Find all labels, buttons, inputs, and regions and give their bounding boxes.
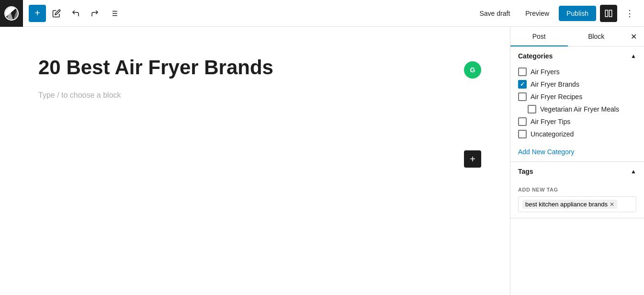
category-checkbox-air-fryer-brands[interactable] — [518, 80, 527, 89]
tags-header[interactable]: Tags ▲ — [510, 162, 644, 181]
post-title[interactable]: 20 Best Air Fryer Brands — [38, 56, 472, 79]
categories-chevron-icon: ▲ — [631, 53, 636, 59]
tags-content: ADD NEW TAG best kitchen appliance brand… — [510, 181, 644, 218]
tag-chip-remove-button[interactable]: ✕ — [610, 201, 614, 208]
category-checkbox-air-fryers[interactable] — [518, 68, 527, 76]
redo-button[interactable] — [86, 5, 103, 22]
category-checkbox-uncategorized[interactable] — [518, 130, 527, 138]
category-item-vegetarian: Vegetarian Air Fryer Meals — [518, 103, 636, 115]
tags-add-label: ADD NEW TAG — [518, 187, 636, 193]
toolbar: + Save draft Preview Publ — [0, 0, 644, 27]
block-placeholder[interactable]: Type / to choose a block — [38, 91, 472, 100]
tag-chip-label: best kitchen appliance brands — [525, 201, 608, 208]
categories-header[interactable]: Categories ▲ — [510, 46, 644, 66]
sidebar: Post Block ✕ Categories ▲ Air Fryers — [510, 27, 644, 295]
category-item-air-fryer-brands: Air Fryer Brands — [518, 78, 636, 91]
tags-input-area[interactable]: best kitchen appliance brands ✕ — [518, 196, 636, 212]
categories-list: Air Fryers Air Fryer Brands Air Fryer Re… — [510, 66, 644, 146]
preview-button[interactable]: Preview — [520, 6, 555, 21]
toolbar-right: Save draft Preview Publish ⋮ — [474, 5, 638, 22]
categories-title: Categories — [518, 52, 553, 60]
tags-title: Tags — [518, 168, 533, 175]
category-item-air-fryers: Air Fryers — [518, 66, 636, 78]
view-toggle-button[interactable] — [600, 5, 617, 22]
main-layout: 20 Best Air Fryer Brands Type / to choos… — [0, 27, 644, 295]
svg-rect-7 — [605, 10, 608, 17]
tags-chevron-icon: ▲ — [631, 168, 636, 175]
category-label-air-fryers: Air Fryers — [531, 68, 560, 76]
categories-section: Categories ▲ Air Fryers Air Fryer Brands — [510, 46, 644, 162]
tags-section: Tags ▲ ADD NEW TAG best kitchen applianc… — [510, 162, 644, 218]
sidebar-content: Categories ▲ Air Fryers Air Fryer Brands — [510, 46, 644, 295]
category-item-air-fryer-tips: Air Fryer Tips — [518, 115, 636, 128]
category-label-uncategorized: Uncategorized — [531, 130, 574, 138]
grammarly-badge[interactable]: G — [464, 61, 481, 79]
category-label-air-fryer-tips: Air Fryer Tips — [531, 118, 570, 125]
tab-block[interactable]: Block — [568, 27, 625, 46]
add-block-button[interactable]: + — [29, 5, 46, 22]
sidebar-tabs: Post Block ✕ — [510, 27, 644, 46]
wordpress-logo[interactable] — [0, 0, 23, 27]
add-new-category-link[interactable]: Add New Category — [510, 146, 644, 161]
add-block-inline-button[interactable]: + — [464, 150, 481, 168]
category-checkbox-vegetarian[interactable] — [528, 105, 536, 113]
editor-area: 20 Best Air Fryer Brands Type / to choos… — [0, 27, 510, 295]
publish-button[interactable]: Publish — [559, 6, 596, 21]
category-item-uncategorized: Uncategorized — [518, 128, 636, 140]
more-options-button[interactable]: ⋮ — [621, 5, 638, 22]
tab-post[interactable]: Post — [510, 27, 568, 46]
category-item-air-fryer-recipes: Air Fryer Recipes — [518, 91, 636, 103]
save-draft-button[interactable]: Save draft — [474, 6, 516, 21]
sidebar-close-button[interactable]: ✕ — [625, 28, 642, 45]
category-checkbox-air-fryer-recipes[interactable] — [518, 92, 527, 101]
category-label-air-fryer-brands: Air Fryer Brands — [531, 80, 579, 88]
svg-rect-8 — [610, 10, 612, 17]
undo-button[interactable] — [67, 5, 84, 22]
edit-tool-button[interactable] — [48, 5, 65, 22]
category-checkbox-air-fryer-tips[interactable] — [518, 117, 527, 126]
list-view-button[interactable] — [105, 5, 123, 22]
category-label-air-fryer-recipes: Air Fryer Recipes — [531, 93, 582, 101]
tag-chip-best-kitchen: best kitchen appliance brands ✕ — [522, 200, 617, 209]
category-label-vegetarian: Vegetarian Air Fryer Meals — [540, 105, 619, 113]
